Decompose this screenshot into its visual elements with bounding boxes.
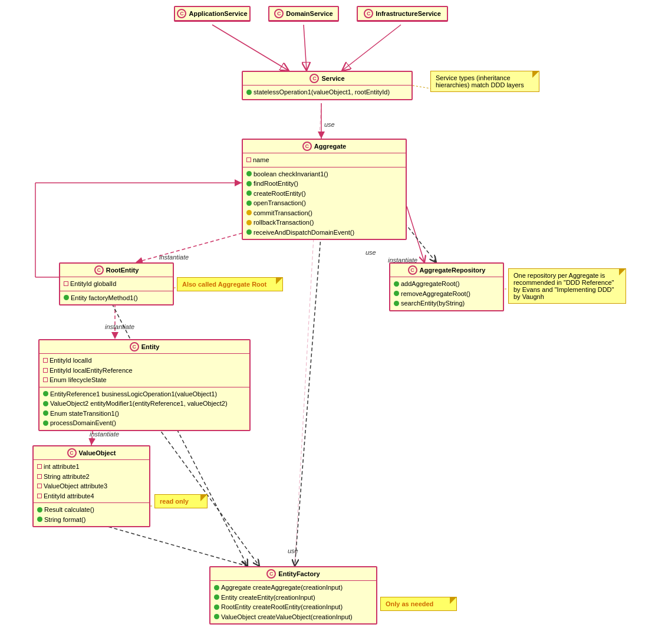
method-item: rollbackTransaction() bbox=[246, 218, 402, 228]
method-item: Enum stateTransition1() bbox=[43, 409, 246, 419]
method-item: removeAggregateRoot() bbox=[394, 289, 499, 299]
method-item: createRootEntity() bbox=[246, 189, 402, 199]
class-rootentity-attrs: EntityId globalId bbox=[60, 277, 173, 291]
method-item: addAggregateRoot() bbox=[394, 279, 499, 289]
method-icon bbox=[246, 210, 252, 215]
method-text: boolean checkInvariant1() bbox=[254, 169, 328, 179]
note-read-only: read only bbox=[154, 494, 208, 508]
class-aggregaterepository: C AggregateRepository addAggregateRoot()… bbox=[389, 262, 504, 311]
attr-text: EntityId globalId bbox=[70, 279, 116, 289]
method-text: RootEntity createRootEntity(creationInpu… bbox=[221, 602, 343, 612]
class-applicationservice: C ApplicationService bbox=[174, 6, 251, 22]
class-aggregate-header: C Aggregate bbox=[243, 140, 406, 153]
class-aggregate-attrs: name bbox=[243, 153, 406, 167]
class-rootentity-header: C RootEntity bbox=[60, 264, 173, 277]
class-icon-service: C bbox=[310, 74, 319, 83]
method-item: findRootEntity() bbox=[246, 179, 402, 189]
method-icon bbox=[246, 201, 252, 206]
method-text: ValueObject2 entityModifier1(entityRefer… bbox=[50, 399, 228, 409]
label-use3: use bbox=[288, 547, 298, 554]
class-name-entity: Entity bbox=[141, 343, 160, 350]
method-text: searchEntity(byString) bbox=[401, 298, 465, 308]
class-name-service: Service bbox=[321, 75, 344, 82]
svg-line-4 bbox=[342, 25, 401, 71]
method-text: addAggregateRoot() bbox=[401, 279, 460, 289]
class-valueobject-attrs: int attribute1 String attribute2 ValueOb… bbox=[34, 460, 149, 503]
svg-line-13 bbox=[147, 413, 259, 566]
attr-icon bbox=[37, 464, 42, 469]
method-item: searchEntity(byString) bbox=[394, 298, 499, 308]
class-icon-entity: C bbox=[130, 342, 139, 351]
attr-icon bbox=[43, 358, 48, 363]
note-only-as-needed: Only as needed bbox=[380, 597, 457, 611]
label-use1: use bbox=[324, 121, 335, 128]
method-icon bbox=[214, 614, 219, 619]
label-instantiate1: instantiate bbox=[159, 254, 189, 261]
label-instantiate3: instantiate bbox=[105, 323, 134, 330]
svg-line-3 bbox=[304, 25, 307, 71]
attr-icon bbox=[64, 281, 68, 286]
note-aggregate-root: Also called Aggregate Root bbox=[177, 277, 283, 291]
attr-item: String attribute2 bbox=[37, 472, 146, 482]
note-repository: One repository per Aggregate is recommen… bbox=[508, 268, 626, 304]
method-icon bbox=[246, 190, 252, 196]
attr-item: ValueObject attribute3 bbox=[37, 481, 146, 491]
attr-text: Enum lifecycleState bbox=[50, 375, 107, 385]
attr-text: EntityId localId bbox=[50, 356, 92, 366]
label-instantiate4: instantiate bbox=[90, 431, 119, 438]
method-icon bbox=[43, 410, 48, 416]
method-icon bbox=[394, 301, 399, 306]
svg-line-6 bbox=[136, 230, 254, 262]
class-valueobject-header: C ValueObject bbox=[34, 446, 149, 460]
class-domainservice-header: C DomainService bbox=[269, 7, 338, 21]
svg-line-7 bbox=[407, 206, 424, 262]
class-icon-infrastructureservice: C bbox=[364, 9, 373, 18]
note-repository-text: One repository per Aggregate is recommen… bbox=[513, 272, 614, 300]
method-item: Entity createEntity(creationInput) bbox=[214, 593, 373, 603]
class-entity-attrs: EntityId localId EntityId localEntityRef… bbox=[39, 354, 249, 387]
attr-item: EntityId localEntityReference bbox=[43, 366, 246, 376]
attr-text: name bbox=[253, 155, 269, 165]
class-entity-methods: EntityReference1 businessLogicOperation1… bbox=[39, 387, 249, 430]
class-service-header: C Service bbox=[243, 72, 411, 86]
method-icon bbox=[246, 90, 252, 95]
attr-icon bbox=[37, 494, 42, 498]
method-icon bbox=[246, 229, 252, 235]
class-aggregate: C Aggregate name boolean checkInvariant1… bbox=[242, 139, 407, 240]
attr-item: EntityId attribute4 bbox=[37, 491, 146, 501]
method-text: findRootEntity() bbox=[254, 179, 298, 189]
diagram-container: C ApplicationService C DomainService C I… bbox=[0, 0, 665, 644]
class-valueobject: C ValueObject int attribute1 String attr… bbox=[32, 445, 150, 527]
method-text: removeAggregateRoot() bbox=[401, 289, 470, 299]
note-aggregate-root-text: Also called Aggregate Root bbox=[182, 281, 266, 288]
method-text: processDomainEvent() bbox=[50, 418, 116, 428]
attr-text: EntityId localEntityReference bbox=[50, 366, 133, 376]
attr-item: Enum lifecycleState bbox=[43, 375, 246, 385]
svg-line-14 bbox=[91, 522, 248, 566]
class-aggregate-methods: boolean checkInvariant1() findRootEntity… bbox=[243, 167, 406, 239]
method-text: Enum stateTransition1() bbox=[50, 409, 119, 419]
attr-item: int attribute1 bbox=[37, 462, 146, 472]
method-text: commitTransaction() bbox=[254, 208, 312, 218]
attr-icon bbox=[37, 474, 42, 479]
method-item: statelessOperation1(valueObject1, rootEn… bbox=[246, 87, 408, 97]
class-icon-applicationservice: C bbox=[177, 9, 186, 18]
class-name-rootentity: RootEntity bbox=[106, 267, 139, 274]
note-service-types: Service types (inheritance hierarchies) … bbox=[430, 71, 539, 92]
method-text: Aggregate createAggregate(creationInput) bbox=[221, 583, 343, 593]
method-icon bbox=[394, 291, 399, 296]
method-text: statelessOperation1(valueObject1, rootEn… bbox=[254, 87, 390, 97]
class-infrastructureservice: C InfrastructureService bbox=[357, 6, 448, 22]
method-text: createRootEntity() bbox=[254, 189, 306, 199]
method-text: ValueObject createValueObject(creationIn… bbox=[221, 612, 353, 622]
attr-icon bbox=[246, 157, 251, 162]
method-icon bbox=[37, 507, 42, 512]
method-text: rollbackTransaction() bbox=[254, 218, 314, 228]
method-icon bbox=[43, 401, 48, 406]
class-icon-rootentity: C bbox=[94, 265, 104, 275]
method-text: EntityReference1 businessLogicOperation1… bbox=[50, 389, 217, 399]
class-icon-aggregate: C bbox=[302, 142, 312, 151]
attr-text: String attribute2 bbox=[44, 472, 90, 482]
class-domainservice: C DomainService bbox=[268, 6, 339, 22]
note-service-types-text: Service types (inheritance hierarchies) … bbox=[436, 74, 524, 88]
